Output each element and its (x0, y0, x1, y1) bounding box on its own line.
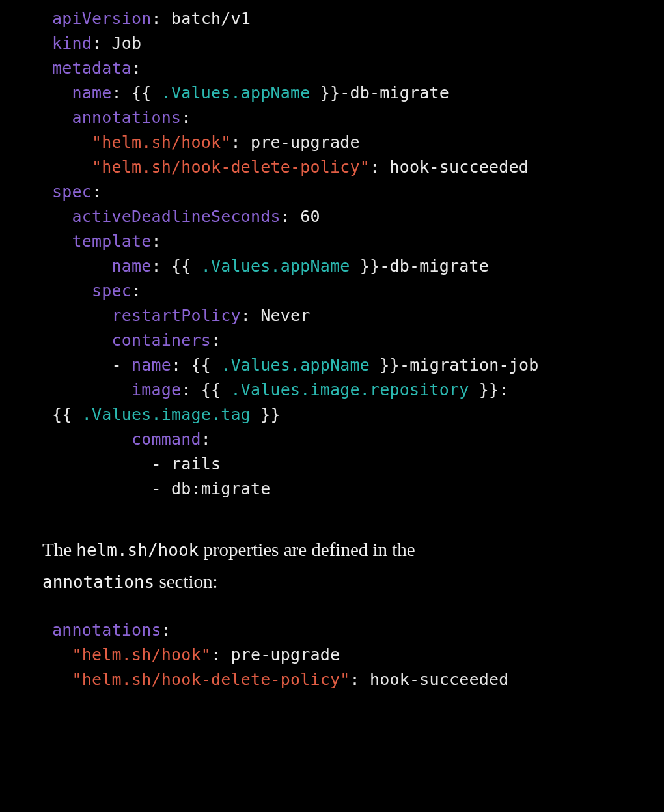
yaml-value: hook-succeeded (370, 670, 509, 689)
template-brace: }} (469, 380, 499, 399)
yaml-key: spec (52, 182, 92, 201)
template-var: .Values.appName (221, 356, 370, 374)
template-brace: {{ (201, 380, 231, 399)
yaml-value: pre-upgrade (251, 133, 360, 152)
yaml-code-block-1b: command: - rails - db:migrate (0, 427, 664, 501)
yaml-key: spec (92, 281, 131, 300)
yaml-key: name (131, 356, 171, 374)
yaml-key: activeDeadlineSeconds (72, 207, 281, 226)
yaml-value: Job (112, 34, 142, 53)
template-brace: {{ (171, 257, 201, 275)
yaml-value: -db-migrate (380, 257, 489, 275)
yaml-code-block-2: annotations: "helm.sh/hook": pre-upgrade… (0, 618, 664, 692)
template-brace: }} (251, 405, 281, 424)
yaml-string-key: "helm.sh/hook" (72, 645, 212, 664)
yaml-value: Never (260, 306, 310, 325)
template-brace: }} (350, 257, 380, 275)
yaml-key: annotations (72, 108, 182, 127)
yaml-string-key: "helm.sh/hook" (92, 133, 231, 152)
template-var: .Values.image.tag (82, 405, 251, 424)
prose-paragraph: The helm.sh/hook properties are defined … (0, 501, 664, 618)
template-brace: {{ (191, 356, 221, 374)
prose-text: The (42, 539, 76, 560)
yaml-value: db:migrate (171, 479, 271, 498)
yaml-key: template (72, 232, 152, 251)
yaml-value: pre-upgrade (231, 645, 340, 664)
yaml-string-key: "helm.sh/hook-delete-policy" (92, 158, 370, 176)
inline-code: helm.sh/hook (76, 540, 199, 560)
yaml-code-block-1: apiVersion: batch/v1 kind: Job metadata:… (0, 7, 664, 402)
template-brace: {{ (52, 405, 82, 424)
template-brace: }} (370, 356, 400, 374)
yaml-value: 60 (300, 207, 320, 226)
yaml-value: : (499, 380, 508, 399)
yaml-value: -migration-job (400, 356, 539, 374)
yaml-key: containers (112, 331, 212, 350)
yaml-key: annotations (52, 621, 161, 639)
yaml-wrapped-line: {{ .Values.image.tag }} (0, 402, 664, 427)
yaml-key: name (72, 83, 112, 102)
template-var: .Values.image.repository (231, 380, 469, 399)
inline-code: annotations (42, 572, 154, 592)
template-var: .Values.appName (161, 83, 311, 102)
yaml-value: hook-succeeded (390, 158, 529, 176)
yaml-string-key: "helm.sh/hook-delete-policy" (72, 670, 350, 689)
yaml-value: -db-migrate (340, 83, 449, 102)
template-brace: }} (311, 83, 340, 102)
yaml-key: image (131, 380, 181, 399)
yaml-key: kind (52, 34, 92, 53)
yaml-key: name (112, 257, 152, 275)
yaml-key: apiVersion (52, 9, 152, 28)
yaml-value: batch/v1 (171, 9, 251, 28)
prose-text: section: (154, 571, 217, 592)
template-var: .Values.appName (201, 257, 350, 275)
yaml-key: restartPolicy (112, 306, 241, 325)
yaml-key: command (131, 430, 201, 449)
yaml-key: metadata (52, 59, 131, 77)
template-brace: {{ (131, 83, 161, 102)
prose-text: properties are defined in the (199, 539, 415, 560)
yaml-value: rails (171, 455, 221, 473)
